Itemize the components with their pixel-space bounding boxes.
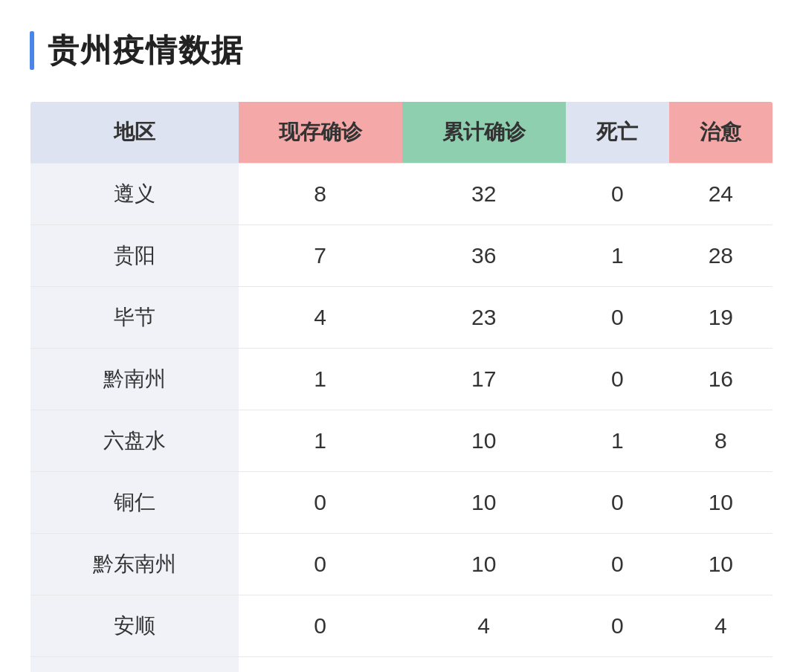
cell-region: 贵阳 xyxy=(30,225,239,287)
cell-cumulative: 32 xyxy=(402,164,566,225)
cell-death: 0 xyxy=(566,472,669,534)
cell-death: 0 xyxy=(566,287,669,349)
page-title: 贵州疫情数据 xyxy=(48,30,244,71)
table-row: 铜仁010010 xyxy=(30,472,773,534)
cell-cumulative: 10 xyxy=(402,472,566,534)
cell-current: 7 xyxy=(239,225,402,287)
col-header-region: 地区 xyxy=(30,102,239,164)
cell-cumulative: 10 xyxy=(402,410,566,472)
cell-region: 黔西南州 xyxy=(30,657,239,673)
cell-current: 8 xyxy=(239,164,402,225)
cell-death: 0 xyxy=(566,164,669,225)
cell-cumulative: 23 xyxy=(402,287,566,349)
cell-region: 铜仁 xyxy=(30,472,239,534)
table-row: 毕节423019 xyxy=(30,287,773,349)
cell-death: 0 xyxy=(566,595,669,657)
cell-region: 黔南州 xyxy=(30,349,239,410)
data-table: 地区 现存确诊 累计确诊 死亡 治愈 遵义832024贵阳736128毕节423… xyxy=(30,101,773,672)
cell-recovered: 10 xyxy=(669,472,773,534)
cell-cumulative: 10 xyxy=(402,534,566,595)
cell-region: 遵义 xyxy=(30,164,239,225)
cell-death: 0 xyxy=(566,534,669,595)
cell-recovered: 8 xyxy=(669,410,773,472)
cell-current: 0 xyxy=(239,472,402,534)
cell-death: 1 xyxy=(566,225,669,287)
cell-current: 1 xyxy=(239,410,402,472)
table-header-row: 地区 现存确诊 累计确诊 死亡 治愈 xyxy=(30,102,773,164)
col-header-recovered: 治愈 xyxy=(669,102,773,164)
cell-recovered: 4 xyxy=(669,595,773,657)
table-row: 六盘水11018 xyxy=(30,410,773,472)
col-header-current: 现存确诊 xyxy=(239,102,402,164)
cell-recovered: 19 xyxy=(669,287,773,349)
cell-recovered: 24 xyxy=(669,164,773,225)
col-header-cumulative: 累计确诊 xyxy=(402,102,566,164)
table-row: 贵阳736128 xyxy=(30,225,773,287)
page-title-wrapper: 贵州疫情数据 xyxy=(30,30,773,71)
table-row: 黔东南州010010 xyxy=(30,534,773,595)
table-row: 黔西南州0404 xyxy=(30,657,773,673)
cell-region: 毕节 xyxy=(30,287,239,349)
cell-current: 0 xyxy=(239,595,402,657)
cell-cumulative: 4 xyxy=(402,657,566,673)
cell-current: 0 xyxy=(239,534,402,595)
cell-current: 4 xyxy=(239,287,402,349)
cell-death: 0 xyxy=(566,349,669,410)
cell-region: 六盘水 xyxy=(30,410,239,472)
table-row: 安顺0404 xyxy=(30,595,773,657)
table-row: 遵义832024 xyxy=(30,164,773,225)
cell-region: 黔东南州 xyxy=(30,534,239,595)
cell-death: 0 xyxy=(566,657,669,673)
cell-recovered: 28 xyxy=(669,225,773,287)
col-header-death: 死亡 xyxy=(566,102,669,164)
cell-recovered: 10 xyxy=(669,534,773,595)
cell-cumulative: 36 xyxy=(402,225,566,287)
cell-recovered: 16 xyxy=(669,349,773,410)
cell-death: 1 xyxy=(566,410,669,472)
table-row: 黔南州117016 xyxy=(30,349,773,410)
cell-region: 安顺 xyxy=(30,595,239,657)
cell-recovered: 4 xyxy=(669,657,773,673)
cell-current: 0 xyxy=(239,657,402,673)
cell-cumulative: 17 xyxy=(402,349,566,410)
title-accent-bar xyxy=(30,31,34,70)
cell-current: 1 xyxy=(239,349,402,410)
cell-cumulative: 4 xyxy=(402,595,566,657)
